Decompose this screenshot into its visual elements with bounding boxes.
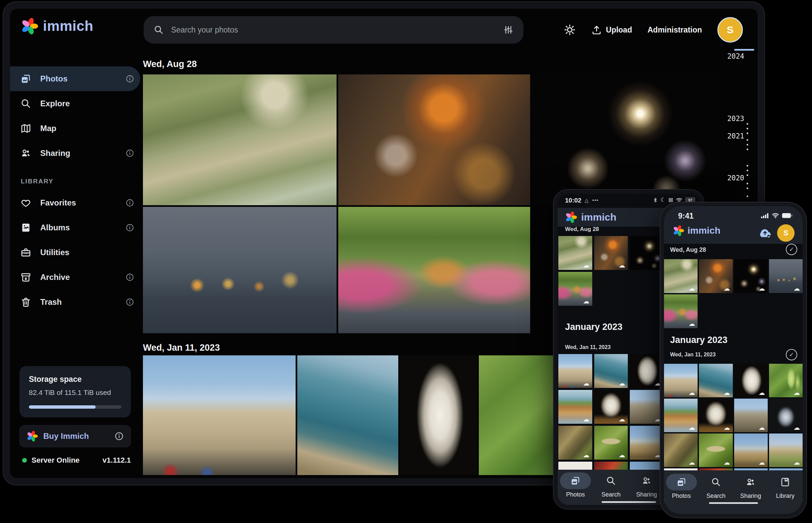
nav-tab-sharing[interactable]: Sharing bbox=[631, 472, 662, 505]
info-icon[interactable] bbox=[125, 223, 134, 232]
info-icon[interactable] bbox=[125, 198, 134, 207]
photo-zoo-monkeys[interactable]: ☁ bbox=[558, 236, 592, 270]
server-online-dot bbox=[22, 458, 27, 463]
photo-farm-village[interactable]: ☁ bbox=[769, 433, 802, 467]
sidebar-item-photos[interactable]: Photos bbox=[10, 66, 140, 91]
photo-coastal-fort[interactable]: ☁ bbox=[594, 354, 628, 388]
info-icon[interactable] bbox=[115, 431, 124, 441]
photo-dinner-table[interactable]: ☁ bbox=[594, 236, 628, 270]
photo-lizard-moss[interactable]: ☁ bbox=[594, 426, 628, 459]
date-group-heading: Wed, Aug 28 bbox=[670, 247, 706, 253]
sidebar-item-map[interactable]: Map bbox=[10, 116, 140, 141]
photo-fireworks[interactable] bbox=[532, 74, 719, 205]
photo-lizard[interactable]: ☁ bbox=[558, 426, 592, 459]
nav-tab-sharing[interactable]: Sharing bbox=[735, 474, 766, 514]
timeline-year[interactable]: 2021 bbox=[727, 132, 744, 140]
server-status-label: Server Online bbox=[32, 456, 80, 465]
sidebar-item-trash[interactable]: Trash bbox=[10, 290, 140, 314]
user-avatar[interactable]: S bbox=[777, 224, 795, 242]
cloud-sync-icon[interactable] bbox=[758, 227, 773, 239]
photo-row bbox=[143, 74, 719, 205]
photo-holding-hands[interactable]: ☁ bbox=[769, 259, 802, 293]
photo-dinner-table[interactable] bbox=[338, 74, 530, 205]
photo-fortress-walls[interactable] bbox=[143, 355, 296, 475]
photo-church-town[interactable]: ☁ bbox=[630, 426, 664, 459]
photo-autumn-park[interactable]: ☁ bbox=[664, 294, 697, 328]
photo-church-town[interactable]: ☁ bbox=[734, 433, 768, 467]
sidebar-label: Sharing bbox=[40, 148, 70, 158]
info-icon[interactable] bbox=[125, 273, 134, 282]
user-avatar[interactable]: S bbox=[718, 17, 743, 42]
photo-beach-cliff[interactable]: ☁ bbox=[558, 390, 592, 424]
sidebar-label: Utilities bbox=[40, 248, 69, 257]
cloud-backup-icon: ☁ bbox=[619, 416, 625, 422]
server-version: v1.112.1 bbox=[103, 456, 131, 465]
photo-coastal-fort[interactable] bbox=[297, 355, 398, 475]
photo-autumn-park[interactable]: ☁ bbox=[558, 272, 592, 306]
nav-tab-library[interactable]: Library bbox=[770, 474, 800, 514]
sidebar-item-albums[interactable]: Albums bbox=[10, 215, 140, 240]
info-icon[interactable] bbox=[125, 298, 134, 306]
photo-marble-bust[interactable]: ☁ bbox=[734, 364, 768, 397]
info-icon[interactable] bbox=[125, 149, 134, 158]
nav-tab-search[interactable]: Search bbox=[701, 474, 731, 514]
home-indicator[interactable] bbox=[709, 502, 758, 504]
theme-toggle-sun-icon[interactable] bbox=[564, 24, 576, 36]
photo-ruin-wall[interactable]: ☁ bbox=[630, 390, 664, 424]
photo-holding-hands[interactable] bbox=[143, 207, 336, 333]
sidebar-item-explore[interactable]: Explore bbox=[10, 91, 140, 116]
photo-lizard[interactable]: ☁ bbox=[664, 433, 697, 467]
photo-green-berries[interactable]: ☁ bbox=[769, 364, 802, 397]
select-day-check-icon[interactable]: ✓ bbox=[786, 349, 797, 360]
nav-tab-photos[interactable]: Photos bbox=[560, 472, 591, 505]
sidebar-item-archive[interactable]: Archive bbox=[10, 265, 140, 290]
buy-immich-button[interactable]: Buy Immich bbox=[19, 425, 131, 447]
sidebar-item-sharing[interactable]: Sharing bbox=[10, 141, 140, 166]
sidebar-item-utilities[interactable]: Utilities bbox=[10, 240, 140, 265]
photo-fireworks[interactable] bbox=[630, 236, 664, 270]
photo-fortress-walls[interactable]: ☁ bbox=[664, 364, 697, 397]
phone-app: 9:41 immich S Wed, Aug 28 ✓ ☁ ☁ ☁ ☁ ☁ bbox=[664, 206, 802, 514]
trash-icon bbox=[20, 297, 32, 307]
select-day-check-icon[interactable]: ✓ bbox=[786, 244, 797, 255]
nav-tab-search[interactable]: Search bbox=[595, 472, 626, 505]
photo-zoo-monkeys[interactable]: ☁ bbox=[664, 259, 697, 293]
photo-zoo-monkeys[interactable] bbox=[143, 74, 336, 205]
timeline-year[interactable]: 2024 bbox=[727, 52, 744, 60]
cloud-backup-icon: ☁ bbox=[583, 452, 589, 458]
photo-beach-cliff[interactable]: ☁ bbox=[664, 399, 697, 432]
timeline-year[interactable]: 2020 bbox=[727, 174, 744, 182]
photo-marble-bust[interactable]: ☁ bbox=[630, 354, 664, 388]
photo-dinner-table[interactable]: ☁ bbox=[699, 259, 732, 293]
library-icon bbox=[780, 477, 790, 487]
photo-stone-bust[interactable]: ☁ bbox=[594, 390, 628, 424]
administration-link[interactable]: Administration bbox=[647, 25, 702, 35]
search-bar[interactable]: Search your photos bbox=[144, 16, 523, 43]
photo-fortress-walls[interactable]: ☁ bbox=[558, 354, 592, 388]
map-icon bbox=[20, 123, 32, 134]
phone-app-header: immich bbox=[673, 225, 720, 236]
date-group-heading: Wed, Aug 28 bbox=[143, 59, 197, 69]
photo-autumn-park[interactable] bbox=[338, 207, 530, 333]
upload-button[interactable]: Upload bbox=[591, 24, 632, 35]
search-filters-icon[interactable] bbox=[503, 25, 513, 35]
buy-immich-label: Buy Immich bbox=[43, 431, 89, 441]
date-group-heading: Wed, Aug 28 bbox=[565, 226, 599, 233]
photo-silver-ornament[interactable]: ☁ bbox=[769, 399, 802, 432]
photo-row bbox=[143, 355, 613, 475]
home-indicator[interactable] bbox=[602, 501, 656, 503]
info-icon[interactable] bbox=[125, 74, 134, 83]
cloud-backup-icon: ☁ bbox=[689, 390, 695, 396]
photo-lizard-moss[interactable]: ☁ bbox=[699, 433, 732, 467]
photo-marble-bust[interactable] bbox=[400, 355, 477, 475]
sidebar-item-favorites[interactable]: Favorites bbox=[10, 191, 140, 215]
page: { "icons": {"cloud":"☁","moon":"☾","box"… bbox=[0, 0, 812, 523]
photo-coastal-fort[interactable]: ☁ bbox=[699, 364, 732, 397]
photo-stone-bust[interactable]: ☁ bbox=[699, 399, 732, 432]
nav-label: Sharing bbox=[636, 491, 657, 498]
photo-ruin-wall[interactable]: ☁ bbox=[734, 399, 768, 432]
timeline-year[interactable]: 2023 bbox=[727, 115, 744, 123]
photo-fireworks[interactable]: ☁ bbox=[734, 259, 768, 293]
sidebar-label: Photos bbox=[40, 74, 67, 84]
nav-tab-photos[interactable]: Photos bbox=[666, 474, 697, 514]
